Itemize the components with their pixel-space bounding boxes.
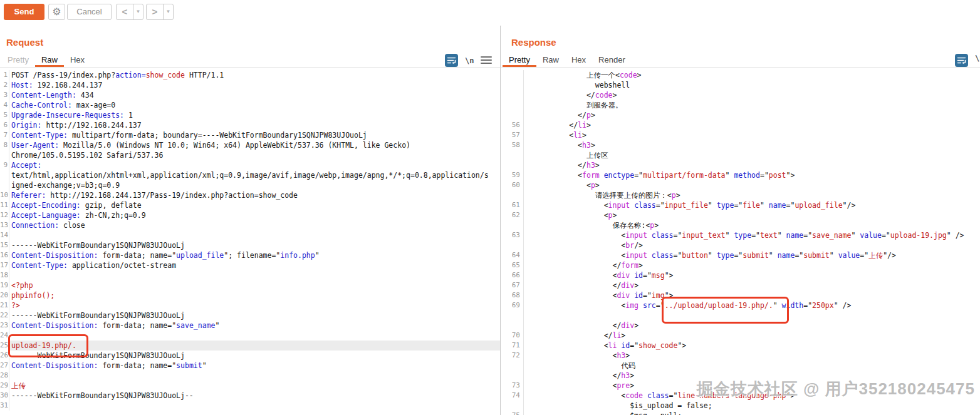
line-content: 保存名称:<p> [524,220,980,230]
code-line: 28 [0,371,500,381]
chevron-left-icon[interactable]: < [117,4,133,19]
newline-icon[interactable]: \n [975,54,980,63]
line-number: 3 [0,90,9,100]
line-content: Upgrade-Insecure-Requests: 1 [9,110,500,120]
code-line: 17Content-Type: application/octet-stream [0,260,500,270]
chevron-down-icon[interactable]: ▼ [163,4,173,19]
tab-render[interactable]: Render [592,53,632,67]
send-button[interactable]: Send [4,4,44,20]
wrap-icon[interactable] [445,54,458,67]
code-line: 60 <p> [501,180,980,190]
line-number: 29 [0,381,9,391]
code-line: 4Cache-Control: max-age=0 [0,100,500,110]
line-number: 26 [0,351,9,361]
code-line: 67 </div> [501,280,980,290]
chevron-right-icon[interactable]: > [147,4,163,19]
code-line: 8User-Agent: Mozilla/5.0 (Windows NT 10.… [0,140,500,150]
code-line: 7Content-Type: multipart/form-data; boun… [0,130,500,140]
code-line: text/html,application/xhtml+xml,applicat… [0,170,500,180]
line-number: 66 [501,270,524,280]
tab-raw[interactable]: Raw [536,53,565,67]
line-number: 13 [0,220,9,230]
cancel-button[interactable]: Cancel [67,4,112,20]
tab-hex[interactable]: Hex [565,53,592,67]
code-line [501,310,980,320]
tab-hex[interactable]: Hex [64,53,91,67]
code-line: 74 <code class="line-numbers language-ph… [501,391,980,401]
line-number [501,371,524,381]
response-viewer[interactable]: 上传一个<code> webshell </code> 到服务器。 </p>56… [501,70,980,415]
chevron-down-icon[interactable]: ▼ [133,4,143,19]
line-content: <code class="line-numbers language-php"> [524,391,980,401]
code-line: 1POST /Pass-19/index.php?action=show_cod… [0,70,500,80]
next-request-button[interactable]: > ▼ [146,4,174,20]
line-content: 代码 [524,361,980,371]
code-line: 63 <input class="input_text" type="text"… [501,230,980,240]
request-settings-button[interactable]: ⚙ [48,4,65,20]
line-number: 8 [0,140,9,150]
line-number: 75 [501,411,524,415]
code-line: 2Host: 192.168.244.137 [0,80,500,90]
previous-request-button[interactable]: < ▼ [116,4,143,20]
line-number [501,150,524,160]
code-line: 75 $msg = null; [501,411,980,415]
line-content: Chrome/105.0.5195.102 Safari/537.36 [9,150,500,160]
request-editor[interactable]: 1POST /Pass-19/index.php?action=show_cod… [0,70,500,415]
code-line: 69 <img src="../upload/upload-19.php/." … [501,300,980,310]
code-line: $is_upload = false; [501,401,980,411]
line-content: Content-Disposition: form-data; name="up… [9,250,500,260]
line-number [501,361,524,371]
line-content: <p> [524,210,980,220]
line-number: 7 [0,130,9,140]
code-line: 14 [0,230,500,240]
line-number: 31 [0,401,9,411]
line-content: <h3> [524,351,980,361]
tab-pretty[interactable]: Pretty [503,53,536,67]
line-number: 27 [0,361,9,371]
line-content: 请选择要上传的图片：<p> [524,190,980,200]
line-content: igned-exchange;v=b3;q=0.9 [9,180,500,190]
code-line: 20phpinfo(); [0,290,500,300]
line-content: </h3> [524,371,980,381]
line-content: 上传 [9,381,500,391]
newline-icon[interactable]: \n [465,56,474,65]
wrap-icon[interactable] [955,54,968,67]
menu-icon[interactable] [481,56,492,65]
line-content: Cache-Control: max-age=0 [9,100,500,110]
code-line: 64 <input class="button" type="submit" n… [501,250,980,260]
line-number [501,190,524,200]
line-number: 74 [501,391,524,401]
code-line: 3Content-Length: 434 [0,90,500,100]
code-line: 到服务器。 [501,100,980,110]
line-content: </li> [524,120,980,130]
line-content: <li id="show_code"> [524,341,980,351]
line-content: <h3> [524,140,980,150]
tab-raw[interactable]: Raw [35,53,64,67]
tab-pretty[interactable]: Pretty [1,53,35,67]
line-content: <img src="../upload/upload-19.php/." wid… [524,300,980,310]
code-line: 72 <h3> [501,351,980,361]
line-content: Connection: close [9,220,500,230]
line-number [0,170,9,180]
code-line: 59 <form enctype="multipart/form-data" m… [501,170,980,180]
line-number: 6 [0,120,9,130]
line-number [0,150,9,160]
line-content [524,310,980,320]
line-number [501,80,524,90]
line-content: Content-Disposition: form-data; name="su… [9,361,500,371]
line-content [9,371,500,381]
line-number: 68 [501,290,524,300]
toolbar: Send ⚙ Cancel < ▼ > ▼ [0,0,980,26]
line-content: </h3> [524,160,980,170]
line-number: 25 [0,341,9,351]
request-editor-icons: \n [445,54,492,67]
line-number: 58 [501,140,524,150]
line-number: 21 [0,300,9,310]
code-line: 65 </form> [501,260,980,270]
line-content: 上传一个<code> [524,70,980,80]
line-content: Content-Disposition: form-data; name="sa… [9,320,500,330]
code-line: 代码 [501,361,980,371]
line-number: 10 [0,190,9,200]
code-line: 73 <pre> [501,381,980,391]
code-line: 71 <li id="show_code"> [501,341,980,351]
